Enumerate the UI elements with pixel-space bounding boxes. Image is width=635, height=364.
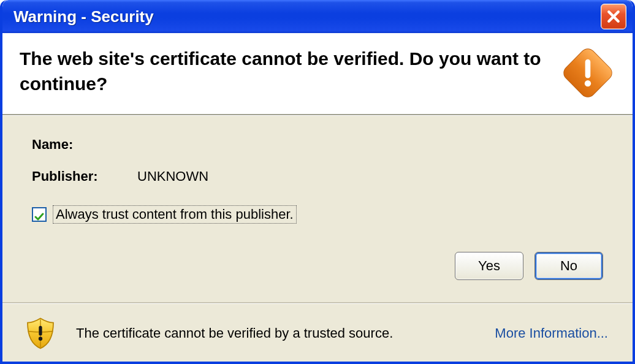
- svg-point-5: [585, 80, 591, 86]
- no-button[interactable]: No: [534, 252, 603, 280]
- dialog-header: The web site's certificate cannot be ver…: [2, 33, 633, 114]
- more-information-link[interactable]: More Information...: [495, 325, 612, 341]
- trust-row: Always trust content from this publisher…: [32, 205, 603, 224]
- publisher-label: Publisher:: [32, 169, 130, 184]
- publisher-value: UNKNOWN: [137, 169, 603, 184]
- warning-icon: [561, 47, 614, 99]
- window-title: Warning - Security: [13, 7, 601, 26]
- footer-message: The certificate cannot be verified by a …: [76, 325, 476, 341]
- close-icon: [607, 10, 620, 23]
- always-trust-label[interactable]: Always trust content from this publisher…: [53, 205, 297, 224]
- dialog-footer: The certificate cannot be verified by a …: [2, 304, 633, 362]
- svg-rect-7: [39, 326, 42, 336]
- svg-point-8: [39, 337, 42, 341]
- security-warning-dialog: Warning - Security The web site's certif…: [0, 0, 635, 364]
- info-grid: Name: Publisher: UNKNOWN: [32, 137, 603, 184]
- always-trust-checkbox[interactable]: [32, 207, 47, 222]
- yes-button-label: Yes: [478, 258, 500, 274]
- yes-button[interactable]: Yes: [455, 252, 523, 280]
- close-button[interactable]: [601, 4, 626, 29]
- dialog-body: Name: Publisher: UNKNOWN Always trust co…: [2, 116, 633, 302]
- titlebar[interactable]: Warning - Security: [2, 0, 633, 33]
- name-value: [137, 137, 603, 153]
- no-button-label: No: [560, 258, 577, 274]
- svg-rect-4: [585, 59, 591, 78]
- button-row: Yes No: [32, 252, 603, 280]
- name-label: Name:: [32, 137, 130, 153]
- dialog-message: The web site's certificate cannot be ver…: [20, 47, 549, 96]
- shield-icon: [23, 316, 58, 351]
- checkmark-icon: [34, 210, 44, 219]
